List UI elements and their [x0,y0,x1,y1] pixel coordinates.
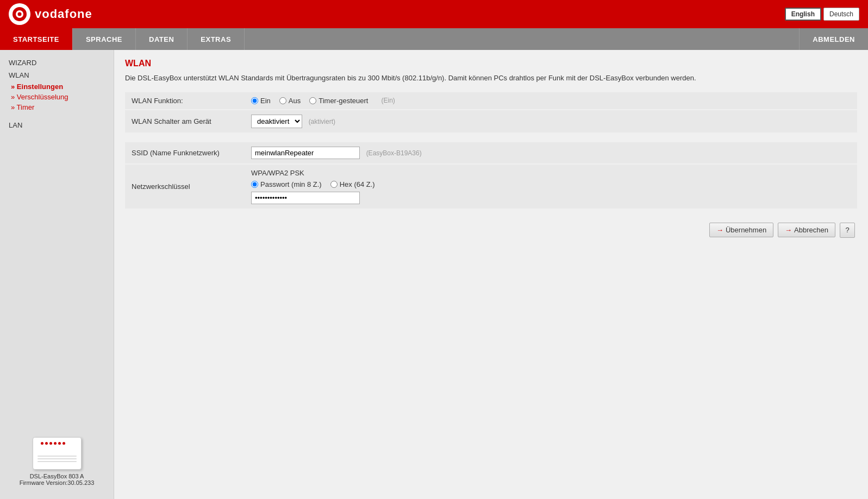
sidebar-item-timer[interactable]: Timer [0,102,114,112]
vodafone-logo-text: vodafone [35,7,92,21]
button-row: → Übernehmen → Abbrechen ? [125,223,857,238]
radio-ein-label[interactable]: Ein [251,97,271,105]
radio-passwort-label[interactable]: Passwort (min 8 Z.) [251,180,322,188]
radio-timer[interactable] [309,97,316,104]
wlan-funktion-radio-group: Ein Aus Timer-gesteuert (Ein) [251,97,851,105]
ssid-controls: (EasyBox-B19A36) [245,142,857,164]
nav-bar: STARTSEITE SPRACHE DATEN EXTRAS ABMELDEN [0,28,868,50]
ssid-input[interactable] [251,147,360,159]
wlan-funktion-row: WLAN Funktion: Ein Aus [125,92,857,110]
sidebar: WIZARD WLAN Einstellungen Verschlüsselun… [0,50,114,499]
abbrechen-button[interactable]: → Abbrechen [778,223,835,237]
radio-aus-label[interactable]: Aus [279,97,301,105]
radio-hex-text: Hex (64 Z.) [340,180,375,188]
radio-aus[interactable] [279,97,286,104]
nav-extras[interactable]: EXTRAS [188,28,245,50]
radio-ein[interactable] [251,97,258,104]
content-area: WLAN Die DSL-EasyBox unterstützt WLAN St… [114,50,868,499]
radio-ein-text: Ein [260,97,271,105]
netkey-password-input[interactable] [251,192,360,204]
nav-startseite[interactable]: STARTSEITE [0,28,73,50]
radio-timer-label[interactable]: Timer-gesteuert [309,97,368,105]
ssid-label: SSID (Name Funknetzwerk) [125,142,245,164]
settings-form: WLAN Funktion: Ein Aus [125,92,857,210]
ssid-row: SSID (Name Funknetzwerk) (EasyBox-B19A36… [125,142,857,164]
radio-passwort-text: Passwort (min 8 Z.) [260,180,322,188]
uebernehmen-button[interactable]: → Übernehmen [709,223,773,237]
nav-sprache[interactable]: SPRACHE [73,28,136,50]
netzwerkschluessel-label: Netzwerkschlüssel [125,164,245,209]
wlan-schalter-label: WLAN Schalter am Gerät [125,110,245,133]
wlan-schalter-row: WLAN Schalter am Gerät deaktiviert (akti… [125,110,857,133]
netkey-radio-group: Passwort (min 8 Z.) Hex (64 Z.) [251,180,851,188]
uebernehmen-arrow: → [716,226,723,234]
sidebar-item-verschluesselung[interactable]: Verschlüsselung [0,92,114,102]
radio-hex-label[interactable]: Hex (64 Z.) [330,180,375,188]
device-image [30,426,84,470]
radio-hex[interactable] [330,181,338,188]
deutsch-button[interactable]: Deutsch [823,8,859,21]
abbrechen-arrow: → [785,226,792,234]
ssid-hint: (EasyBox-B19A36) [366,149,422,157]
main-layout: WIZARD WLAN Einstellungen Verschlüsselun… [0,50,868,499]
language-buttons: English Deutsch [785,8,859,21]
svg-point-2 [18,12,22,16]
sidebar-item-lan[interactable]: LAN [0,119,114,131]
vodafone-logo-circle [9,3,30,25]
abbrechen-label: Abbrechen [794,226,828,234]
wlan-funktion-hint: (Ein) [381,97,395,104]
netkey-section: WPA/WPA2 PSK Passwort (min 8 Z.) Hex (64… [251,169,851,204]
uebernehmen-label: Übernehmen [726,226,766,234]
device-firmware: Firmware Version:30.05.233 [9,479,105,486]
nav-daten[interactable]: DATEN [136,28,188,50]
radio-timer-text: Timer-gesteuert [319,97,368,105]
netzwerkschluessel-controls: WPA/WPA2 PSK Passwort (min 8 Z.) Hex (64… [245,164,857,209]
radio-passwort[interactable] [251,181,258,188]
logo-area: vodafone [9,3,92,25]
sidebar-item-wlan[interactable]: WLAN [0,69,114,81]
wlan-schalter-hint: (aktiviert) [309,118,335,125]
sidebar-item-wizard[interactable]: WIZARD [0,56,114,69]
wlan-schalter-controls: deaktiviert (aktiviert) [245,110,857,133]
form-separator-1 [125,133,857,142]
english-button[interactable]: English [785,8,821,21]
nav-abmelden[interactable]: ABMELDEN [799,28,868,50]
wlan-funktion-controls: Ein Aus Timer-gesteuert (Ein) [245,92,857,110]
wlan-schalter-select[interactable]: deaktiviert [251,115,302,128]
netkey-type-label: WPA/WPA2 PSK [251,169,851,177]
device-area: DSL-EasyBox 803 A Firmware Version:30.05… [0,420,114,492]
netzwerkschluessel-row: Netzwerkschlüssel WPA/WPA2 PSK Passwort … [125,164,857,209]
device-name: DSL-EasyBox 803 A [9,473,105,479]
wlan-funktion-label: WLAN Funktion: [125,92,245,110]
radio-aus-text: Aus [289,97,301,105]
sidebar-item-einstellungen[interactable]: Einstellungen [0,81,114,92]
page-title: WLAN [125,59,857,68]
page-description: Die DSL-EasyBox unterstützt WLAN Standar… [125,73,857,84]
top-bar: vodafone English Deutsch [0,0,868,28]
help-button[interactable]: ? [840,223,855,238]
